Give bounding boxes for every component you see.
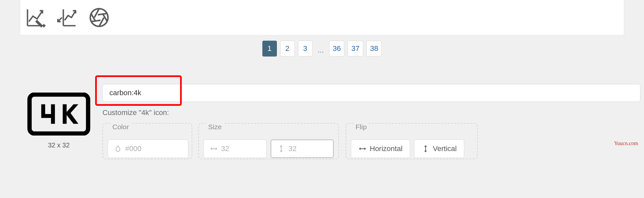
color-label: Color — [110, 123, 131, 131]
height-input[interactable]: 32 — [271, 139, 334, 158]
icon-grid-panel — [20, 0, 624, 35]
flip-h-label: Horizontal — [370, 144, 402, 153]
width-input[interactable]: 32 — [204, 139, 267, 158]
page-ellipsis: ... — [316, 46, 326, 57]
droplet-icon — [114, 145, 122, 153]
page-36[interactable]: 36 — [329, 41, 344, 57]
page-1[interactable]: 1 — [262, 41, 277, 57]
size-group: Size 32 32 — [198, 123, 339, 159]
flip-v-label: Vertical — [433, 144, 457, 153]
chart-custom-icon[interactable] — [25, 7, 47, 30]
page-38[interactable]: 38 — [366, 41, 382, 57]
svg-rect-1 — [29, 95, 88, 134]
icon-name-input[interactable] — [102, 84, 640, 102]
pagination: 1 2 3 ... 36 37 38 — [0, 41, 644, 57]
color-group: Color #000 — [102, 123, 192, 159]
size-label: Size — [206, 123, 224, 131]
page-2[interactable]: 2 — [280, 41, 295, 57]
height-placeholder: 32 — [288, 144, 296, 153]
flip-vertical-button[interactable]: Vertical — [414, 139, 464, 158]
customize-label: Customize "4k" icon: — [102, 108, 169, 117]
icon-dimensions: 32 x 32 — [27, 141, 91, 149]
arrows-horizontal-icon — [210, 145, 218, 153]
flip-label: Flip — [354, 123, 369, 131]
flip-group: Flip Horizontal Vertical — [346, 123, 478, 159]
page-37[interactable]: 37 — [348, 41, 363, 57]
page-3[interactable]: 3 — [298, 41, 313, 57]
chart-reference-icon[interactable] — [57, 7, 78, 30]
arrows-vertical-icon — [277, 145, 285, 153]
watermark: Yuucn.com — [614, 140, 638, 146]
color-input[interactable]: #000 — [108, 139, 188, 158]
icon-row — [25, 7, 619, 30]
color-placeholder: #000 — [125, 144, 141, 153]
flip-horizontal-button[interactable]: Horizontal — [351, 139, 410, 158]
4k-icon — [27, 93, 91, 136]
width-placeholder: 32 — [221, 144, 229, 153]
arrows-vertical-icon — [422, 145, 430, 153]
icon-preview: 32 x 32 — [27, 93, 91, 149]
aperture-icon[interactable] — [88, 7, 110, 30]
arrows-horizontal-icon — [359, 145, 366, 153]
